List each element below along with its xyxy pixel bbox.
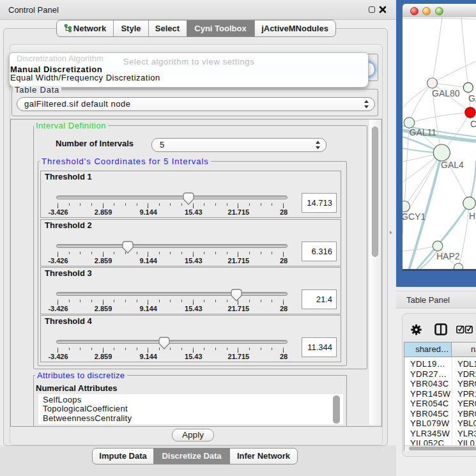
svg-text:GAL80: GAL80	[432, 88, 460, 98]
svg-text:GAL4: GAL4	[441, 160, 464, 170]
svg-text:GA: GA	[468, 93, 476, 104]
svg-text:GAL11: GAL11	[410, 127, 437, 137]
svg-text:GCY1: GCY1	[403, 211, 426, 222]
svg-text:HAP2: HAP2	[436, 251, 460, 261]
svg-text:C: C	[470, 119, 476, 129]
svg-text:H: H	[469, 211, 475, 221]
